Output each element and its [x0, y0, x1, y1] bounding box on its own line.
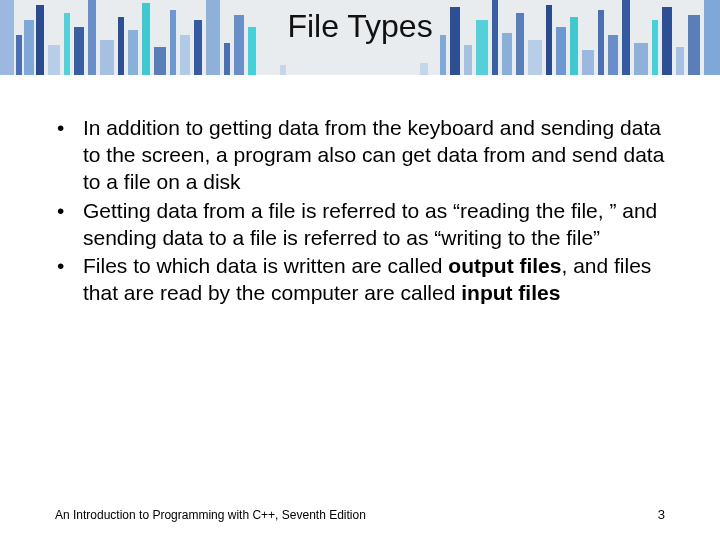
bullet-text: Getting data from a file is referred to … [83, 199, 657, 249]
header-bar [464, 45, 472, 75]
header-bar [280, 65, 286, 75]
header-bar [676, 47, 684, 75]
bullet-text: Files to which data is written are calle… [83, 254, 448, 277]
header-bar [224, 43, 230, 75]
content-area: In addition to getting data from the key… [55, 115, 670, 309]
slide-title: File Types [0, 8, 720, 45]
bullet-text-bold: output files [448, 254, 561, 277]
header-bar [154, 47, 166, 75]
bullet-item: Files to which data is written are calle… [55, 253, 670, 307]
bullet-text-bold: input files [461, 281, 560, 304]
header-bar [48, 45, 60, 75]
header-bar [420, 63, 428, 75]
page-number: 3 [658, 507, 665, 522]
bullet-item: In addition to getting data from the key… [55, 115, 670, 196]
header-bar [528, 40, 542, 75]
bullet-list: In addition to getting data from the key… [55, 115, 670, 307]
header-bar [582, 50, 594, 75]
bullet-item: Getting data from a file is referred to … [55, 198, 670, 252]
footer-left: An Introduction to Programming with C++,… [55, 508, 366, 522]
header-bar [100, 40, 114, 75]
bullet-text: In addition to getting data from the key… [83, 116, 664, 193]
header-bar [634, 43, 648, 75]
